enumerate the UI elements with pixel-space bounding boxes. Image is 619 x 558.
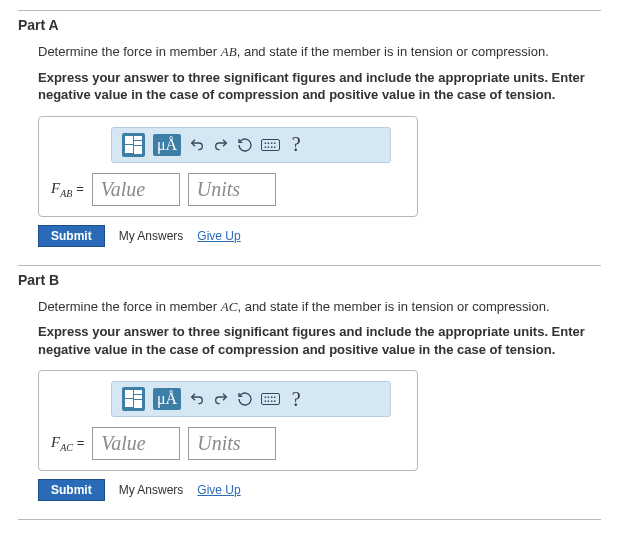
- undo-button[interactable]: [189, 137, 205, 153]
- var-letter: F: [51, 434, 60, 450]
- submit-button[interactable]: Submit: [38, 225, 105, 247]
- help-button[interactable]: ?: [292, 388, 301, 411]
- units-button[interactable]: μÅ: [153, 134, 181, 156]
- value-input[interactable]: Value: [92, 173, 180, 206]
- template-icon: [122, 133, 145, 157]
- answer-box: μÅ ▪▪▪▪▪▪▪▪ ? FAC =: [38, 370, 418, 471]
- template-icon: [122, 387, 145, 411]
- part-b: Part B Determine the force in member AC,…: [18, 265, 601, 502]
- template-picker-button[interactable]: [122, 387, 145, 411]
- give-up-link[interactable]: Give Up: [197, 229, 240, 243]
- my-answers-link[interactable]: My Answers: [119, 229, 184, 243]
- help-button[interactable]: ?: [292, 133, 301, 156]
- units-input[interactable]: Units: [188, 173, 276, 206]
- prompt-pre: Determine the force in member: [38, 44, 221, 59]
- reset-button[interactable]: [237, 137, 253, 153]
- input-row: FAC = Value Units: [51, 427, 405, 460]
- undo-icon: [189, 391, 205, 407]
- var-sub: AB: [60, 188, 72, 199]
- my-answers-link[interactable]: My Answers: [119, 483, 184, 497]
- prompt: Determine the force in member AC, and st…: [38, 298, 601, 316]
- undo-icon: [189, 137, 205, 153]
- instructions: Express your answer to three significant…: [38, 323, 601, 358]
- undo-button[interactable]: [189, 391, 205, 407]
- keyboard-button[interactable]: ▪▪▪▪▪▪▪▪: [261, 139, 280, 151]
- part-body: Determine the force in member AB, and st…: [18, 43, 601, 247]
- instructions: Express your answer to three significant…: [38, 69, 601, 104]
- input-row: FAB = Value Units: [51, 173, 405, 206]
- give-up-link[interactable]: Give Up: [197, 483, 240, 497]
- equals-sign: =: [76, 181, 84, 196]
- template-picker-button[interactable]: [122, 133, 145, 157]
- redo-button[interactable]: [213, 391, 229, 407]
- reset-icon: [237, 391, 253, 407]
- answer-box: μÅ ▪▪▪▪▪▪▪▪ ? FAB =: [38, 116, 418, 217]
- equals-sign: =: [77, 435, 85, 450]
- toolbar: μÅ ▪▪▪▪▪▪▪▪ ?: [111, 381, 391, 417]
- part-divider: [18, 519, 601, 526]
- var-sub: AC: [60, 442, 73, 453]
- action-row: Submit My Answers Give Up: [38, 225, 601, 247]
- redo-icon: [213, 137, 229, 153]
- prompt: Determine the force in member AB, and st…: [38, 43, 601, 61]
- units-input[interactable]: Units: [188, 427, 276, 460]
- part-a: Part A Determine the force in member AB,…: [18, 10, 601, 247]
- part-title: Part B: [18, 272, 601, 288]
- prompt-post: , and state if the member is in tension …: [237, 299, 549, 314]
- keyboard-icon: ▪▪▪▪▪▪▪▪: [261, 139, 280, 151]
- action-row: Submit My Answers Give Up: [38, 479, 601, 501]
- variable-label: FAC =: [51, 434, 84, 453]
- var-letter: F: [51, 180, 60, 196]
- prompt-post: , and state if the member is in tension …: [237, 44, 549, 59]
- units-button[interactable]: μÅ: [153, 388, 181, 410]
- reset-button[interactable]: [237, 391, 253, 407]
- variable-label: FAB =: [51, 180, 84, 199]
- keyboard-button[interactable]: ▪▪▪▪▪▪▪▪: [261, 393, 280, 405]
- redo-icon: [213, 391, 229, 407]
- part-body: Determine the force in member AC, and st…: [18, 298, 601, 502]
- toolbar: μÅ ▪▪▪▪▪▪▪▪ ?: [111, 127, 391, 163]
- prompt-pre: Determine the force in member: [38, 299, 221, 314]
- keyboard-icon: ▪▪▪▪▪▪▪▪: [261, 393, 280, 405]
- reset-icon: [237, 137, 253, 153]
- member-name: AC: [221, 299, 238, 314]
- member-name: AB: [221, 44, 237, 59]
- submit-button[interactable]: Submit: [38, 479, 105, 501]
- part-title: Part A: [18, 17, 601, 33]
- value-input[interactable]: Value: [92, 427, 180, 460]
- redo-button[interactable]: [213, 137, 229, 153]
